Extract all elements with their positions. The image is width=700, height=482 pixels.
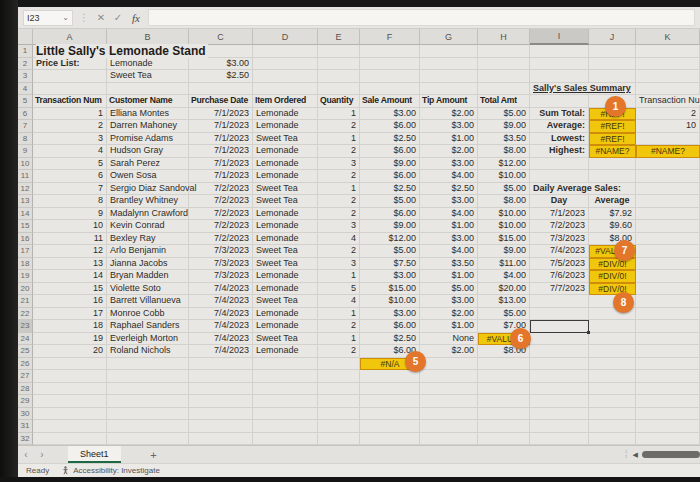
cell-E32[interactable] (318, 433, 360, 446)
cell-C28[interactable] (189, 383, 253, 396)
scroll-left-icon[interactable]: ◀ (633, 451, 638, 459)
cell-K21[interactable] (636, 295, 700, 308)
cell-J19[interactable]: #DIV/0! (589, 270, 636, 283)
cell-C8[interactable]: 7/1/2023 (189, 133, 253, 146)
cell-J31[interactable] (589, 420, 636, 433)
cell-K6[interactable]: 2 (636, 108, 700, 121)
cell-E13[interactable]: 2 (318, 195, 360, 208)
cell-I24[interactable] (530, 333, 589, 346)
column-header-B[interactable]: B (107, 29, 189, 45)
cell-A32[interactable] (33, 433, 107, 446)
column-header-J[interactable]: J (589, 29, 636, 45)
cell-C5[interactable]: Purchase Date (189, 95, 253, 108)
cell-B6[interactable]: Elliana Montes (107, 108, 189, 121)
cell-H20[interactable]: $20.00 (478, 283, 530, 296)
cell-G28[interactable] (420, 383, 478, 396)
cell-E4[interactable] (318, 83, 360, 96)
cell-E18[interactable]: 3 (318, 258, 360, 271)
cell-K1[interactable] (636, 45, 700, 58)
cell-K15[interactable] (636, 220, 700, 233)
cell-H28[interactable] (478, 383, 530, 396)
cell-E7[interactable]: 2 (318, 120, 360, 133)
cell-K7[interactable]: 10 (636, 120, 700, 133)
cell-I15[interactable]: 7/2/2023 (530, 220, 589, 233)
cell-C3[interactable]: $2.50 (189, 70, 253, 83)
cell-C21[interactable]: 7/4/2023 (189, 295, 253, 308)
cell-K5[interactable]: Transaction Num (636, 95, 700, 108)
cell-I31[interactable] (530, 420, 589, 433)
cell-A2[interactable]: Price List: (33, 58, 107, 71)
cell-E24[interactable]: 1 (318, 333, 360, 346)
cell-G29[interactable] (420, 395, 478, 408)
cell-F8[interactable]: $2.50 (360, 133, 420, 146)
cell-I4[interactable]: Sally's Sales Summary (530, 83, 589, 96)
cell-A14[interactable]: 9 (33, 208, 107, 221)
cell-F32[interactable] (360, 433, 420, 446)
cell-J13[interactable]: Average (589, 195, 636, 208)
cell-D6[interactable]: Lemonade (253, 108, 318, 121)
cell-B31[interactable] (107, 420, 189, 433)
cell-D3[interactable] (253, 70, 318, 83)
row-header-22[interactable]: 22 (18, 308, 33, 321)
cell-G4[interactable] (420, 83, 478, 96)
cell-F17[interactable]: $5.00 (360, 245, 420, 258)
row-header-19[interactable]: 19 (18, 270, 33, 283)
cell-G10[interactable]: $3.00 (420, 158, 478, 171)
cell-A6[interactable]: 1 (33, 108, 107, 121)
row-header-27[interactable]: 27 (18, 370, 33, 383)
cell-A8[interactable]: 3 (33, 133, 107, 146)
row-header-29[interactable]: 29 (18, 395, 33, 408)
cell-H13[interactable]: $8.00 (478, 195, 530, 208)
cell-D1[interactable] (253, 45, 318, 58)
cell-H7[interactable]: $9.00 (478, 120, 530, 133)
cell-A7[interactable]: 2 (33, 120, 107, 133)
cell-K18[interactable] (636, 258, 700, 271)
cell-H4[interactable] (478, 83, 530, 96)
cell-J10[interactable] (589, 158, 636, 171)
cell-D25[interactable]: Lemonade (253, 345, 318, 358)
cell-B29[interactable] (107, 395, 189, 408)
cell-I2[interactable] (530, 58, 589, 71)
cell-F10[interactable]: $9.00 (360, 158, 420, 171)
cell-J1[interactable] (589, 45, 636, 58)
cell-I7[interactable]: Average: (530, 120, 589, 133)
cell-C19[interactable]: 7/3/2023 (189, 270, 253, 283)
cell-K29[interactable] (636, 395, 700, 408)
cell-A10[interactable]: 5 (33, 158, 107, 171)
cell-C16[interactable]: 7/2/2023 (189, 233, 253, 246)
column-header-H[interactable]: H (478, 29, 530, 45)
cell-E16[interactable]: 4 (318, 233, 360, 246)
cell-B18[interactable]: Jianna Jacobs (107, 258, 189, 271)
cell-K11[interactable] (636, 170, 700, 183)
cell-J28[interactable] (589, 383, 636, 396)
cell-J27[interactable] (589, 370, 636, 383)
cell-K14[interactable] (636, 208, 700, 221)
cell-A28[interactable] (33, 383, 107, 396)
cell-K4[interactable] (636, 83, 700, 96)
row-header-10[interactable]: 10 (18, 158, 33, 171)
chevron-down-icon[interactable]: ⌄ (62, 14, 69, 22)
cell-E20[interactable]: 5 (318, 283, 360, 296)
scrollbar-splitter-icon[interactable]: ⁞ (625, 449, 628, 460)
cell-E14[interactable]: 2 (318, 208, 360, 221)
cell-A13[interactable]: 8 (33, 195, 107, 208)
row-header-2[interactable]: 2 (18, 58, 33, 71)
cell-C13[interactable]: 7/2/2023 (189, 195, 253, 208)
row-header-24[interactable]: 24 (18, 333, 33, 346)
cell-F15[interactable]: $9.00 (360, 220, 420, 233)
cell-K20[interactable] (636, 283, 700, 296)
cell-D12[interactable]: Sweet Tea (253, 183, 318, 196)
cell-K25[interactable] (636, 345, 700, 358)
cell-G18[interactable]: $3.50 (420, 258, 478, 271)
cell-D18[interactable]: Sweet Tea (253, 258, 318, 271)
cell-C7[interactable]: 7/1/2023 (189, 120, 253, 133)
cell-D20[interactable]: Lemonade (253, 283, 318, 296)
cell-D26[interactable] (253, 358, 318, 371)
cell-C31[interactable] (189, 420, 253, 433)
row-header-20[interactable]: 20 (18, 283, 33, 296)
cell-C9[interactable]: 7/1/2023 (189, 145, 253, 158)
cell-G23[interactable]: $1.00 (420, 320, 478, 333)
cell-K10[interactable] (636, 158, 700, 171)
tab-nav-right-icon[interactable]: › (34, 449, 50, 460)
cell-C30[interactable] (189, 408, 253, 421)
